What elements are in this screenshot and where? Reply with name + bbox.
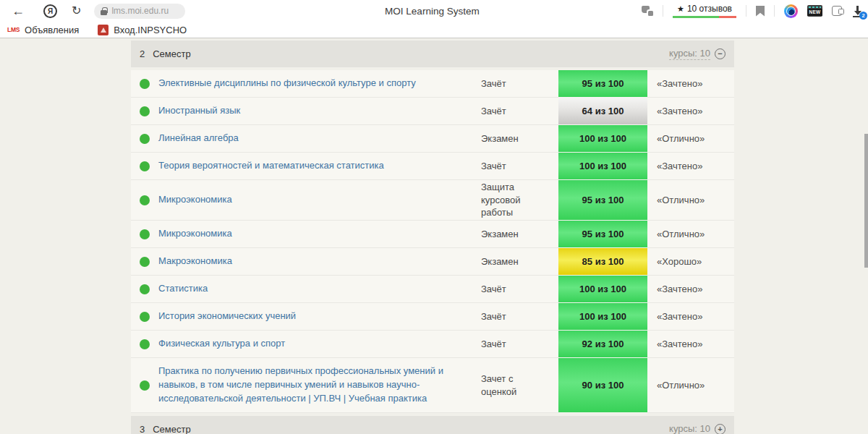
course-status-cell — [131, 276, 158, 302]
course-status-cell — [131, 70, 158, 97]
course-row: Элективные дисциплины по физической куль… — [131, 70, 734, 98]
course-link[interactable]: Макроэкономика — [158, 255, 481, 268]
inpsycho-favicon — [98, 25, 109, 35]
course-row: История экономических учений Зачёт 100 и… — [131, 303, 734, 331]
control-type-label: Экзамен — [481, 132, 558, 145]
grade-label: «Отлично» — [647, 229, 734, 239]
grade-label: «Зачтено» — [647, 339, 734, 349]
control-type-label: Зачет с оценкой — [481, 373, 558, 398]
course-status-cell — [131, 98, 158, 124]
course-row: Практика по получению первичных професси… — [131, 358, 734, 413]
control-type-label: Зачёт — [481, 310, 558, 323]
grade-label: «Зачтено» — [647, 284, 734, 294]
grade-label: «Зачтено» — [647, 78, 734, 89]
status-dot-icon — [140, 339, 150, 349]
browser-extension-icon[interactable] — [784, 4, 798, 18]
refresh-icon[interactable]: ↻ — [72, 5, 81, 17]
status-dot-icon — [140, 195, 150, 205]
lock-icon — [101, 7, 107, 15]
status-dot-icon — [140, 257, 150, 267]
course-link[interactable]: Статистика — [158, 282, 481, 296]
bookmarks-bar: LMS Объявления Вход.INPSYCHO — [0, 22, 868, 38]
bookmark-announcements[interactable]: LMS Объявления — [7, 25, 79, 35]
vertical-scrollbar[interactable] — [864, 134, 868, 268]
bookmark-label: Объявления — [25, 25, 79, 35]
semester-2-header: 2 Семестр курсы: 10 − — [131, 41, 734, 67]
course-status-cell — [131, 331, 158, 357]
site-reviews-widget[interactable]: ★ 10 отзывов — [673, 4, 736, 18]
course-link[interactable]: Физическая культура и спорт — [158, 337, 481, 351]
course-link[interactable]: Практика по получению первичных професси… — [158, 365, 481, 406]
control-type-label: Защита курсовой работы — [481, 181, 558, 219]
status-dot-icon — [140, 312, 150, 322]
course-link[interactable]: Элективные дисциплины по физической куль… — [158, 77, 481, 90]
control-type-label: Зачёт — [481, 338, 558, 351]
course-row: Иностранный язык Зачёт 64 из 100 «Зачтен… — [131, 98, 734, 125]
score-badge: 95 из 100 — [558, 221, 647, 247]
course-row: Микроэкономика Защита курсовой работы 95… — [131, 180, 734, 221]
lms-favicon: LMS — [7, 26, 20, 33]
score-badge: 90 из 100 — [558, 358, 647, 412]
new-badge: NEW — [807, 9, 822, 16]
back-icon[interactable]: ← — [12, 4, 25, 17]
lms-page: 2 Семестр курсы: 10 − Элективные дисципл… — [0, 38, 868, 434]
control-type-label: Зачёт — [481, 160, 558, 173]
reviews-rating-bar — [673, 16, 736, 18]
score-badge: 95 из 100 — [558, 180, 647, 220]
course-link[interactable]: Теория вероятностей и математическая ста… — [158, 159, 481, 173]
course-row: Теория вероятностей и математическая ста… — [131, 153, 734, 180]
page-title: MOI Learning System — [385, 0, 480, 22]
expand-section-button[interactable]: + — [715, 424, 726, 434]
control-type-label: Экзамен — [481, 255, 558, 268]
protect-icon[interactable] — [642, 6, 653, 16]
divider — [774, 5, 775, 17]
course-row: Микроэкономика Экзамен 95 из 100 «Отличн… — [131, 221, 734, 248]
course-row: Линейная алгебра Экзамен 100 из 100 «Отл… — [131, 125, 734, 153]
grade-label: «Хорошо» — [647, 256, 734, 267]
toolbar-right-icons: ★ 10 отзывов NEW 2 — [642, 4, 868, 18]
extensions-panel-icon[interactable] — [832, 6, 842, 16]
status-dot-icon — [140, 106, 150, 116]
control-type-label: Экзамен — [481, 228, 558, 241]
status-dot-icon — [140, 229, 150, 239]
course-link[interactable]: История экономических учений — [158, 310, 481, 323]
course-row: Статистика Зачёт 100 из 100 «Зачтено» — [131, 276, 734, 303]
grades-table: Элективные дисциплины по физической куль… — [131, 70, 734, 413]
bookmark-flag-icon[interactable] — [756, 6, 765, 17]
grade-label: «Зачтено» — [647, 311, 734, 322]
address-bar[interactable]: lms.moi.edu.ru — [94, 4, 185, 19]
status-dot-icon — [140, 380, 150, 391]
course-status-cell — [131, 153, 158, 179]
reviews-count-label: 10 отзывов — [687, 4, 732, 14]
course-link[interactable]: Микроэкономика — [158, 227, 481, 241]
divider — [663, 5, 663, 17]
rating-positive-segment — [673, 16, 719, 18]
course-status-cell — [131, 180, 158, 220]
course-row: Макроэкономика Экзамен 85 из 100 «Хорошо… — [131, 248, 734, 276]
grade-label: «Отлично» — [647, 133, 734, 144]
courses-count-link[interactable]: курсы: 10 — [669, 48, 710, 60]
status-dot-icon — [140, 161, 150, 171]
course-link[interactable]: Линейная алгебра — [158, 132, 481, 145]
semester-grades-content: 2 Семестр курсы: 10 − Элективные дисципл… — [131, 41, 734, 434]
semester-title: Семестр — [153, 424, 190, 434]
course-link[interactable]: Микроэкономика — [158, 193, 481, 207]
course-status-cell — [131, 303, 158, 330]
control-type-label: Зачёт — [481, 105, 558, 118]
course-status-cell — [131, 221, 158, 247]
score-badge: 100 из 100 — [558, 153, 647, 179]
grade-label: «Зачтено» — [647, 106, 734, 116]
course-link[interactable]: Иностранный язык — [158, 104, 481, 118]
grade-label: «Зачтено» — [647, 161, 734, 171]
semester-number: 3 — [140, 424, 145, 434]
yandex-browser-icon[interactable]: Я — [43, 4, 57, 18]
semester-number: 2 — [140, 48, 145, 59]
grade-label: «Отлично» — [647, 195, 734, 205]
courses-count-link[interactable]: курсы: 10 — [669, 423, 710, 434]
collapse-section-button[interactable]: − — [715, 48, 726, 59]
video-extension-new-icon[interactable]: NEW — [807, 5, 822, 17]
control-type-label: Зачёт — [481, 77, 558, 90]
downloads-icon[interactable]: 2 — [851, 5, 864, 17]
extension-inner-globe — [786, 7, 796, 16]
bookmark-inpsycho-login[interactable]: Вход.INPSYCHO — [98, 25, 187, 35]
